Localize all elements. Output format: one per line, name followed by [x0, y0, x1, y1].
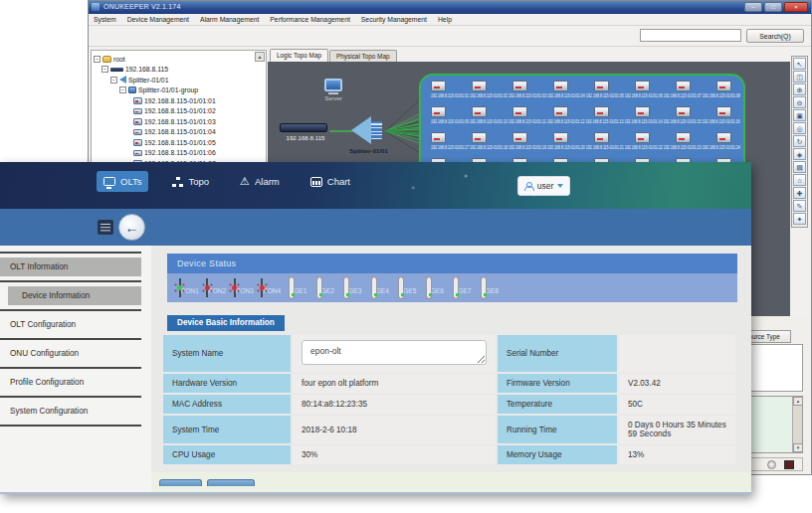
collapse-toggle-icon[interactable]: −	[119, 86, 126, 93]
onu-icon[interactable]	[472, 132, 487, 143]
maximize-button[interactable]: □	[764, 2, 782, 12]
menu-item-device-management[interactable]: Device Management	[127, 16, 189, 23]
olt-node[interactable]: 192.168.8.115	[280, 123, 331, 141]
title-bar[interactable]: ONUKEEPER V2.1.174 – □ ×	[89, 1, 811, 14]
onu-icon[interactable]	[676, 132, 691, 143]
onu-icon	[133, 139, 142, 146]
tree-node-onu[interactable]: 192.168.8.115-01/01:05	[94, 137, 264, 148]
onu-icon[interactable]	[472, 81, 487, 91]
tree-node-onu[interactable]: 192.168.8.115-01/01:03	[94, 116, 264, 127]
onu-icon[interactable]	[676, 81, 691, 91]
splitter-node[interactable]: Splitter-01/01	[349, 116, 403, 154]
tree-node-onu[interactable]: 192.168.8.115-01/01:02	[94, 106, 264, 117]
menu-item-performance-management[interactable]: Performance Management	[270, 16, 349, 23]
tree-node-splitter[interactable]: − Splitter-01/01	[94, 75, 264, 86]
onu-icon[interactable]	[512, 81, 527, 91]
menu-item-alarm-management[interactable]: Alarm Management	[200, 16, 259, 23]
tree-node-olt[interactable]: − 192.168.8.115	[94, 65, 264, 76]
sidebar-item[interactable]: System Configuration	[0, 398, 141, 427]
zoom-out-tool-icon[interactable]: ⊖	[793, 96, 806, 108]
onu-icon[interactable]	[431, 106, 446, 117]
onu-icon[interactable]	[553, 81, 568, 91]
fit-view-tool-icon[interactable]: ◎	[793, 122, 806, 134]
system-name-input[interactable]: epon-olt	[302, 340, 487, 365]
nav-tab-olts[interactable]: OLTs	[97, 171, 148, 192]
onu-icon[interactable]	[594, 81, 609, 91]
onu-icon[interactable]	[594, 106, 609, 117]
sidebar-item[interactable]: ONU Configuration	[0, 340, 141, 369]
topology-icon	[172, 177, 183, 187]
scroll-up-arrow-icon[interactable]: ▲	[255, 52, 265, 62]
onu-icon[interactable]	[512, 106, 527, 117]
close-button[interactable]: ×	[784, 2, 808, 12]
onu-icon[interactable]	[716, 132, 731, 143]
onu-icon[interactable]	[553, 132, 568, 143]
caret-down-icon	[557, 184, 563, 188]
onu-icon[interactable]	[635, 106, 650, 117]
grid-tool-icon[interactable]: ▤	[793, 161, 806, 173]
collapse-toggle-icon[interactable]: −	[94, 56, 101, 63]
layout-tool-icon[interactable]: ◈	[793, 148, 806, 160]
menu-item-system[interactable]: System	[94, 16, 116, 23]
port-status: PON4	[258, 279, 286, 297]
overview-tool-icon[interactable]: ◫	[793, 71, 806, 83]
nav-tab-topo[interactable]: Topo	[165, 171, 216, 192]
edit-tool-icon[interactable]: ✎	[793, 200, 806, 212]
onu-icon[interactable]	[512, 132, 527, 143]
onu-icon[interactable]	[716, 81, 731, 91]
pointer-tool-icon[interactable]: ↖	[793, 58, 806, 70]
onu-icon[interactable]	[716, 106, 731, 117]
user-dropdown-button[interactable]: user	[517, 176, 570, 196]
onu-icon[interactable]	[676, 106, 691, 117]
tab-logic-topo-map[interactable]: Logic Topo Map	[270, 49, 328, 62]
search-button[interactable]: Search(Q)	[746, 29, 804, 43]
port-status: PON1	[175, 279, 203, 297]
scroll-up-arrow-icon[interactable]: ▲	[793, 397, 803, 406]
tree-node-onu[interactable]: 192.168.8.115-01/01:04	[94, 127, 264, 138]
onu-icon[interactable]	[594, 132, 609, 143]
scrollbar[interactable]: ▲ ▼	[792, 397, 802, 452]
search-input[interactable]	[640, 29, 741, 42]
sidebar-item[interactable]: Profile Configuration	[0, 369, 141, 398]
onu-icon[interactable]	[635, 81, 650, 91]
collapse-toggle-icon[interactable]: −	[102, 66, 108, 73]
olt-device-icon	[280, 123, 327, 132]
menu-item-help[interactable]: Help	[438, 16, 452, 23]
tab-physical-topo-map[interactable]: Physical Topo Map	[329, 50, 397, 62]
back-button[interactable]: ←	[118, 214, 145, 241]
port-status: GE5	[394, 279, 422, 297]
port-status: GE1	[285, 279, 312, 297]
nav-tab-chart[interactable]: Chart	[304, 171, 357, 192]
onu-icon[interactable]	[431, 81, 446, 91]
add-tool-icon[interactable]: ✚	[793, 187, 806, 199]
minimize-button[interactable]: –	[744, 2, 762, 12]
content-area: Device Status PON1 PON2	[151, 246, 751, 492]
onu-icon[interactable]	[431, 132, 446, 143]
home-tool-icon[interactable]: ⌂	[793, 174, 806, 186]
sidebar-item[interactable]: OLT Configuration	[0, 311, 141, 340]
refresh-tool-icon[interactable]: ↻	[793, 135, 806, 147]
port-icon	[427, 277, 431, 298]
port-icon	[344, 277, 348, 298]
collapse-toggle-icon[interactable]: −	[110, 77, 117, 84]
onu-icon[interactable]	[635, 132, 650, 143]
zoom-in-tool-icon[interactable]: ⊕	[793, 84, 806, 95]
action-button[interactable]	[207, 479, 255, 486]
sidebar-item[interactable]: OLT Information	[0, 252, 141, 282]
menu-item-security-management[interactable]: Security Management	[361, 16, 427, 23]
tree-node-onu[interactable]: 192.168.8.115-01/01:06	[94, 148, 264, 159]
onu-icon[interactable]	[553, 106, 568, 117]
zoom-area-tool-icon[interactable]: ▣	[793, 109, 806, 121]
action-button[interactable]	[159, 479, 202, 486]
server-node[interactable]: Server	[311, 79, 355, 101]
port-status: GE3	[339, 279, 367, 297]
tree-node-group[interactable]: − Splitter-01/01-group	[94, 86, 264, 96]
star-tool-icon[interactable]: ✦	[793, 213, 806, 225]
onu-icon[interactable]	[472, 106, 487, 117]
tree-node-root[interactable]: − root	[94, 54, 264, 65]
hamburger-menu-icon[interactable]	[98, 220, 113, 235]
scroll-down-arrow-icon[interactable]: ▼	[793, 443, 803, 452]
sidebar-item[interactable]: Device Information	[0, 282, 141, 311]
nav-tab-alarm[interactable]: Alarm	[233, 171, 287, 192]
tree-node-onu[interactable]: 192.168.8.115-01/01:01	[94, 95, 264, 106]
